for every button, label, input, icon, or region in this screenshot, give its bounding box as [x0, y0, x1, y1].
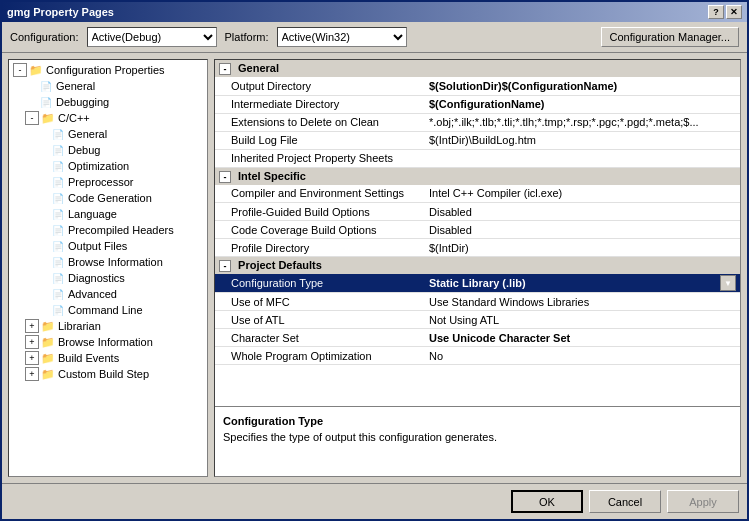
prop-value-compiler-env: Intel C++ Compiler (icl.exe) [425, 185, 740, 203]
bottom-bar: OK Cancel Apply [2, 483, 747, 519]
description-title: Configuration Type [223, 415, 732, 427]
prop-name-whole-prog: Whole Program Optimization [215, 347, 425, 365]
label-general: General [56, 80, 95, 92]
cancel-button[interactable]: Cancel [589, 490, 661, 513]
config-type-value: Static Library (.lib) [429, 277, 526, 289]
label-config-props: Configuration Properties [46, 64, 165, 76]
expander-section-project-defaults[interactable]: - [219, 260, 231, 272]
prop-value-whole-prog: No [425, 347, 740, 365]
prop-row-build-log: Build Log File $(IntDir)\BuildLog.htm [215, 131, 740, 149]
folder-icon-build-events: 📁 [41, 351, 55, 365]
label-cpp-browse: Browse Information [68, 256, 163, 268]
dialog: gmg Property Pages ? ✕ Configuration: Ac… [0, 0, 749, 521]
prop-row-compiler-env: Compiler and Environment Settings Intel … [215, 185, 740, 203]
platform-label: Platform: [225, 31, 269, 43]
folder-icon-config-props: 📁 [29, 63, 43, 77]
prop-name-profile-guided: Profile-Guided Build Options [215, 203, 425, 221]
prop-name-build-log: Build Log File [215, 131, 425, 149]
tree-item-custom-build[interactable]: + 📁 Custom Build Step [11, 366, 205, 382]
section-intel-label: Intel Specific [238, 170, 306, 182]
page-icon-debugging: 📄 [39, 95, 53, 109]
ok-button[interactable]: OK [511, 490, 583, 513]
expander-custom-build[interactable]: + [25, 367, 39, 381]
tree-item-cpp[interactable]: - 📁 C/C++ [11, 110, 205, 126]
page-icon-cpp-browse: 📄 [51, 255, 65, 269]
page-icon-cpp-general: 📄 [51, 127, 65, 141]
tree-item-cpp-advanced[interactable]: 📄 Advanced [11, 286, 205, 302]
expander-config-props[interactable]: - [13, 63, 27, 77]
tree-item-general[interactable]: 📄 General [11, 78, 205, 94]
label-cpp-cmdline: Command Line [68, 304, 143, 316]
tree-item-cpp-debug[interactable]: 📄 Debug [11, 142, 205, 158]
help-button[interactable]: ? [708, 5, 724, 19]
config-manager-button[interactable]: Configuration Manager... [601, 27, 739, 47]
title-bar-buttons: ? ✕ [708, 5, 742, 19]
expander-librarian[interactable]: + [25, 319, 39, 333]
label-cpp-precomp: Precompiled Headers [68, 224, 174, 236]
label-cpp-output: Output Files [68, 240, 127, 252]
label-cpp-optimization: Optimization [68, 160, 129, 172]
prop-row-whole-prog: Whole Program Optimization No [215, 347, 740, 365]
config-type-dropdown-arrow[interactable]: ▼ [720, 275, 736, 291]
description-text: Specifies the type of output this config… [223, 431, 732, 443]
label-browse-info: Browse Information [58, 336, 153, 348]
label-build-events: Build Events [58, 352, 119, 364]
page-icon-cpp-diag: 📄 [51, 271, 65, 285]
tree-item-browse-info[interactable]: + 📁 Browse Information [11, 334, 205, 350]
tree-item-config-props[interactable]: - 📁 Configuration Properties [11, 62, 205, 78]
apply-button[interactable]: Apply [667, 490, 739, 513]
config-select[interactable]: Active(Debug) [87, 27, 217, 47]
page-icon-cpp-preprocessor: 📄 [51, 175, 65, 189]
folder-icon-cpp: 📁 [41, 111, 55, 125]
section-project-defaults: - Project Defaults [215, 257, 740, 275]
tree-item-cpp-precomp[interactable]: 📄 Precompiled Headers [11, 222, 205, 238]
tree-item-cpp-cmdline[interactable]: 📄 Command Line [11, 302, 205, 318]
main-content: - 📁 Configuration Properties 📄 General 📄… [2, 53, 747, 483]
expander-section-general[interactable]: - [219, 63, 231, 75]
tree-item-cpp-code-gen[interactable]: 📄 Code Generation [11, 190, 205, 206]
prop-value-build-log: $(IntDir)\BuildLog.htm [425, 131, 740, 149]
page-icon-cpp-advanced: 📄 [51, 287, 65, 301]
expander-cpp[interactable]: - [25, 111, 39, 125]
prop-value-use-mfc: Use Standard Windows Libraries [425, 293, 740, 311]
label-cpp-preprocessor: Preprocessor [68, 176, 133, 188]
expander-build-events[interactable]: + [25, 351, 39, 365]
label-cpp: C/C++ [58, 112, 90, 124]
prop-name-inherited: Inherited Project Property Sheets [215, 149, 425, 167]
prop-value-inherited [425, 149, 740, 167]
prop-row-profile-dir: Profile Directory $(IntDir) [215, 239, 740, 257]
tree-item-librarian[interactable]: + 📁 Librarian [11, 318, 205, 334]
title-bar: gmg Property Pages ? ✕ [2, 2, 747, 22]
prop-value-profile-guided: Disabled [425, 203, 740, 221]
tree-item-cpp-general[interactable]: 📄 General [11, 126, 205, 142]
label-cpp-advanced: Advanced [68, 288, 117, 300]
tree-item-cpp-diag[interactable]: 📄 Diagnostics [11, 270, 205, 286]
prop-value-output-dir: $(SolutionDir)$(ConfigurationName) [425, 77, 740, 95]
props-panel: - General Output Directory $(SolutionDir… [214, 59, 741, 477]
tree-item-cpp-output[interactable]: 📄 Output Files [11, 238, 205, 254]
prop-value-char-set: Use Unicode Character Set [425, 329, 740, 347]
tree-item-cpp-browse[interactable]: 📄 Browse Information [11, 254, 205, 270]
expander-section-intel[interactable]: - [219, 171, 231, 183]
prop-value-profile-dir: $(IntDir) [425, 239, 740, 257]
close-button[interactable]: ✕ [726, 5, 742, 19]
prop-value-use-atl: Not Using ATL [425, 311, 740, 329]
prop-value-extensions: *.obj;*.ilk;*.tlb;*.tli;*.tlh;*.tmp;*.rs… [425, 113, 740, 131]
tree-item-cpp-preprocessor[interactable]: 📄 Preprocessor [11, 174, 205, 190]
tree-item-cpp-optimization[interactable]: 📄 Optimization [11, 158, 205, 174]
prop-name-profile-dir: Profile Directory [215, 239, 425, 257]
prop-name-compiler-env: Compiler and Environment Settings [215, 185, 425, 203]
prop-name-use-atl: Use of ATL [215, 311, 425, 329]
section-intel: - Intel Specific [215, 167, 740, 185]
toolbar: Configuration: Active(Debug) Platform: A… [2, 22, 747, 53]
tree-item-cpp-language[interactable]: 📄 Language [11, 206, 205, 222]
expander-browse-info[interactable]: + [25, 335, 39, 349]
prop-row-config-type[interactable]: Configuration Type Static Library (.lib)… [215, 274, 740, 293]
page-icon-cpp-output: 📄 [51, 239, 65, 253]
prop-row-profile-guided: Profile-Guided Build Options Disabled [215, 203, 740, 221]
platform-select[interactable]: Active(Win32) [277, 27, 407, 47]
prop-row-output-dir: Output Directory $(SolutionDir)$(Configu… [215, 77, 740, 95]
tree-item-debugging[interactable]: 📄 Debugging [11, 94, 205, 110]
tree-item-build-events[interactable]: + 📁 Build Events [11, 350, 205, 366]
prop-row-char-set: Character Set Use Unicode Character Set [215, 329, 740, 347]
